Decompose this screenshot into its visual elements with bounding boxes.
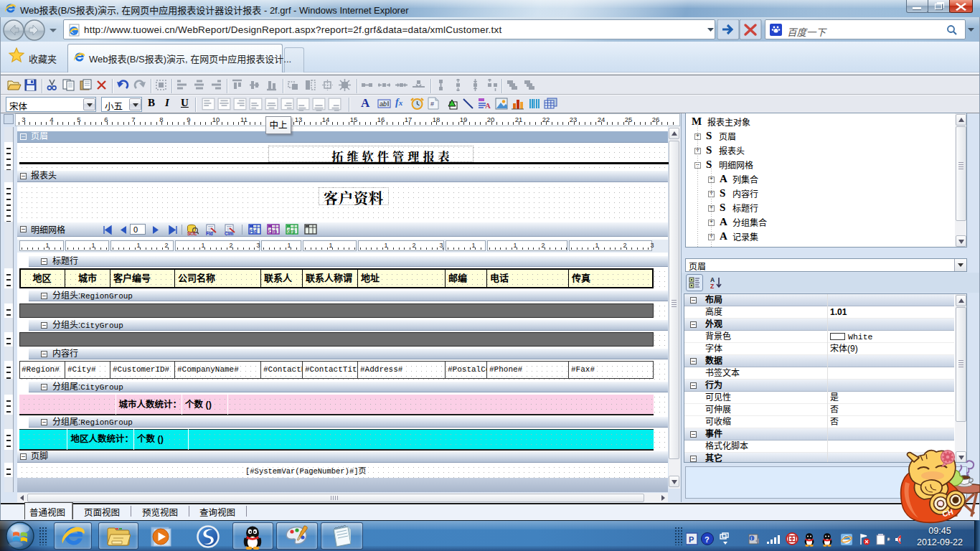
- svg-text:Clm: Clm: [268, 229, 278, 234]
- svg-text:P: P: [689, 535, 694, 544]
- svg-text:Grp: Grp: [287, 229, 296, 235]
- svg-text:Clm: Clm: [225, 231, 234, 236]
- svg-text:A: A: [485, 101, 491, 110]
- svg-text:Fld: Fld: [206, 231, 213, 236]
- svg-text:Fld: Fld: [250, 229, 257, 234]
- svg-text:SQL: SQL: [187, 231, 197, 236]
- svg-text:#: #: [430, 100, 434, 108]
- svg-text:?: ?: [705, 535, 710, 544]
- svg-text:ab: ab: [380, 100, 387, 108]
- svg-text:Z: Z: [710, 283, 714, 289]
